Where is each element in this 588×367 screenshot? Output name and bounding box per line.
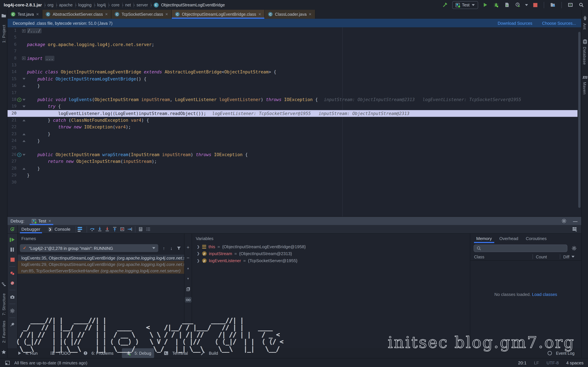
debug-session-tab[interactable]: Test × — [30, 217, 53, 225]
status-item[interactable]: 20:1 — [518, 360, 527, 365]
minimize-icon[interactable]: — — [573, 217, 578, 224]
run-to-cursor-icon[interactable] — [126, 225, 133, 233]
close-icon[interactable]: × — [36, 12, 39, 17]
breadcrumb-item[interactable]: ObjectInputStreamLogEventBridge — [161, 3, 225, 7]
status-item[interactable]: 4 spaces — [566, 360, 583, 365]
tool-window-button-1: Project[interactable]: 1: Project — [0, 12, 7, 43]
line-number[interactable]: 15 — [8, 75, 17, 83]
gear-small-icon[interactable] — [560, 217, 568, 225]
memory-search-field[interactable] — [474, 244, 567, 252]
editor-scrollbar-thumb[interactable] — [578, 32, 581, 208]
breadcrumb-item[interactable]: log4j-core-2.8.1.jar — [4, 3, 42, 7]
line-number[interactable]: 30 — [8, 179, 17, 186]
line-number[interactable]: 16 — [8, 83, 17, 89]
stop-icon[interactable] — [531, 1, 539, 9]
tab-ClassLoader.java[interactable]: CClassLoader.java× — [265, 10, 315, 19]
text-view-icon[interactable] — [144, 225, 152, 233]
line-number[interactable]: 17 — [8, 89, 17, 96]
column-header-count[interactable]: Count — [533, 254, 560, 259]
line-number[interactable]: 14 — [8, 69, 17, 75]
profiler-icon[interactable] — [514, 1, 522, 9]
line-number[interactable]: 21 — [8, 117, 17, 124]
fold-open-icon[interactable] — [23, 106, 26, 108]
variable-row[interactable]: ❯plogEventListener = {TcpSocketServer@19… — [192, 257, 470, 264]
layout-icon[interactable] — [4, 360, 10, 366]
line-number[interactable]: 20 — [8, 110, 17, 117]
project-structure-icon[interactable] — [549, 1, 556, 9]
view-breakpoints-icon[interactable] — [9, 270, 16, 277]
line-number[interactable]: 5 — [8, 34, 17, 41]
line-number[interactable]: 26 — [8, 151, 17, 158]
close-icon[interactable]: × — [48, 218, 51, 224]
fold-end-icon[interactable] — [23, 140, 26, 142]
fold-expand-icon[interactable]: + — [22, 57, 26, 60]
tool-window-button-Terminal[interactable]: Terminal — [159, 348, 191, 358]
fold-end-icon[interactable] — [23, 168, 26, 169]
line-number[interactable]: 25 — [8, 144, 17, 151]
thread-selector[interactable]: ✓ "Log4j2-1"@2,278 in group "main": RUNN… — [20, 244, 158, 252]
debugger-tab-Console[interactable]: ❯Console — [44, 225, 74, 233]
camera-icon[interactable] — [9, 293, 16, 301]
run-icon[interactable] — [482, 1, 489, 9]
tool-window-button-TODO[interactable]: TODO — [46, 348, 73, 358]
debug-bug-icon[interactable] — [492, 1, 500, 9]
tab-TcpSocketServer.class[interactable]: CTcpSocketServer.class× — [112, 10, 172, 19]
memory-tab-Overhead[interactable]: Overhead — [496, 234, 522, 243]
rerun-button[interactable] — [8, 225, 18, 233]
line-number[interactable]: 23 — [8, 131, 17, 137]
tab-ObjectInputStreamLogEventBridge.class[interactable]: CObjectInputStreamLogEventBridge.class× — [172, 10, 265, 19]
breadcrumb-item[interactable]: apache — [59, 3, 72, 7]
tool-window-button-Ant[interactable]: Ant — [581, 14, 588, 30]
fold-end-icon[interactable] — [23, 133, 26, 135]
pause-icon[interactable] — [9, 246, 16, 254]
force-step-into-icon[interactable] — [103, 225, 111, 233]
gear-icon[interactable] — [571, 244, 578, 252]
filter-button[interactable] — [176, 245, 182, 251]
fold-open-icon[interactable] — [23, 154, 26, 156]
settings-gear-icon[interactable] — [9, 307, 16, 315]
stack-frame[interactable]: logEvents:35, ObjectInputStreamLogEventB… — [17, 255, 184, 261]
code-editor[interactable]: 1+/.../56package org.apache.logging.log4… — [8, 27, 578, 217]
arrow-up-button[interactable]: ↑ — [161, 245, 167, 251]
download-sources-link[interactable]: Download Sources — [498, 21, 532, 25]
variable-row[interactable]: ❯pinputStream = {ObjectInputStream@2313} — [192, 250, 470, 257]
override-method-icon[interactable]: ↑ — [17, 98, 21, 102]
line-number[interactable]: 29 — [8, 172, 17, 179]
choose-sources-link[interactable]: Choose Sources... — [542, 21, 576, 25]
fold-end-icon[interactable] — [23, 85, 26, 87]
event-log-button[interactable]: Event Log — [543, 348, 578, 358]
fold-expand-icon[interactable]: + — [22, 29, 26, 33]
line-number[interactable]: 27 — [8, 158, 17, 165]
add-icon[interactable]: + — [184, 243, 192, 251]
chevron-right-icon[interactable]: ❯ — [197, 259, 200, 262]
line-number[interactable]: 1 — [8, 27, 17, 34]
line-number[interactable]: 8 — [8, 55, 17, 62]
tri-up-icon[interactable]: ▲ — [184, 264, 192, 272]
run-config-selector[interactable]: Test — [452, 1, 478, 9]
line-number[interactable]: 6 — [8, 41, 17, 48]
breadcrumb-item[interactable]: org — [47, 3, 53, 7]
memory-tab-Coroutines[interactable]: Coroutines — [522, 234, 550, 243]
editor-scrollbar[interactable] — [578, 27, 581, 217]
column-header-diff[interactable]: Diff — [560, 254, 581, 259]
status-item[interactable]: UTF-8 — [546, 360, 559, 365]
line-number[interactable]: 13 — [8, 62, 17, 69]
tool-window-button-5: Debug[interactable]: 5: Debug — [122, 348, 154, 358]
tool-window-button-2: Favorites[interactable]: 2: Favorites — [0, 321, 7, 356]
chevron-down-icon[interactable] — [525, 4, 528, 6]
tool-window-button-Build[interactable]: Build — [196, 348, 221, 358]
tab-Test.java[interactable]: CTest.java× — [8, 10, 43, 19]
fold-open-icon[interactable] — [23, 99, 26, 100]
debugger-tab-Debugger[interactable]: Debugger — [17, 225, 44, 233]
fold-open-icon[interactable] — [23, 78, 26, 80]
line-number[interactable]: 22 — [8, 124, 17, 131]
mute-breakpoints-icon[interactable] — [9, 279, 16, 287]
tool-window-button-Database[interactable]: Database — [581, 38, 588, 65]
line-number[interactable]: 18 — [8, 96, 17, 103]
memory-tab-Memory[interactable]: Memory — [473, 234, 496, 243]
variable-row[interactable]: ❯this = {ObjectInputStreamLogEventBridge… — [192, 243, 470, 250]
memory-search-input[interactable] — [483, 245, 565, 251]
evaluate-calc-icon[interactable] — [137, 225, 144, 233]
chevron-right-icon[interactable]: ❯ — [197, 245, 200, 249]
tri-down-icon[interactable]: ▼ — [184, 275, 192, 283]
